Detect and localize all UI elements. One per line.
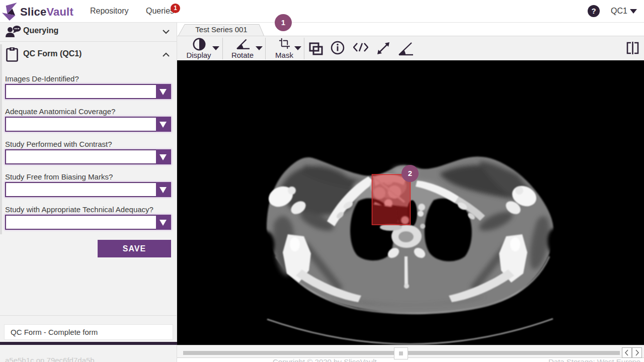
svg-text:Test Series 001: Test Series 001 [195,25,247,34]
